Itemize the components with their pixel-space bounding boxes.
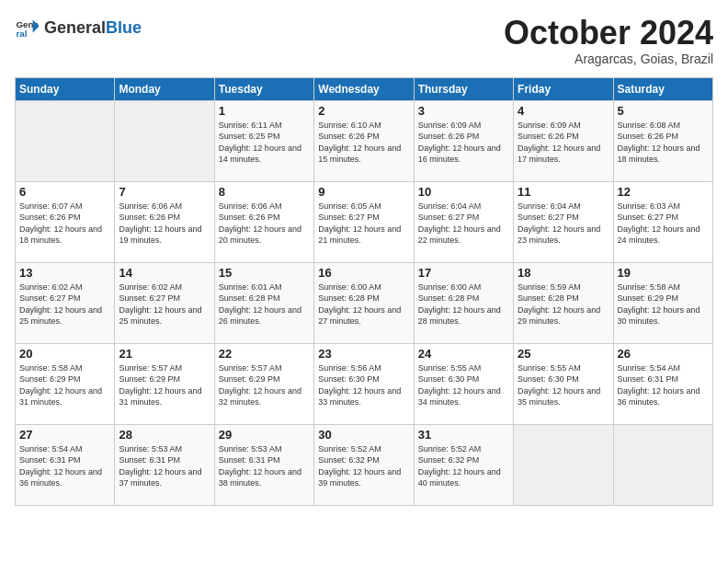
- calendar-cell: 30Sunrise: 5:52 AMSunset: 6:32 PMDayligh…: [314, 424, 414, 505]
- day-number: 24: [418, 347, 509, 361]
- day-number: 25: [518, 347, 609, 361]
- day-number: 9: [318, 185, 409, 199]
- cell-info: Sunrise: 5:53 AMSunset: 6:31 PMDaylight:…: [119, 443, 210, 489]
- cell-info: Sunrise: 5:57 AMSunset: 6:29 PMDaylight:…: [119, 362, 210, 408]
- calendar-week-4: 20Sunrise: 5:58 AMSunset: 6:29 PMDayligh…: [16, 343, 713, 424]
- svg-text:ral: ral: [16, 29, 27, 39]
- cell-info: Sunrise: 5:52 AMSunset: 6:32 PMDaylight:…: [418, 443, 509, 489]
- calendar-cell: 1Sunrise: 6:11 AMSunset: 6:25 PMDaylight…: [214, 100, 313, 181]
- cell-info: Sunrise: 5:55 AMSunset: 6:30 PMDaylight:…: [518, 362, 609, 408]
- day-number: 12: [618, 185, 709, 199]
- cell-info: Sunrise: 6:08 AMSunset: 6:26 PMDaylight:…: [618, 120, 709, 166]
- day-number: 31: [418, 428, 509, 442]
- cell-info: Sunrise: 6:06 AMSunset: 6:26 PMDaylight:…: [219, 201, 310, 247]
- calendar-cell: 13Sunrise: 6:02 AMSunset: 6:27 PMDayligh…: [16, 262, 115, 343]
- calendar-cell: 31Sunrise: 5:52 AMSunset: 6:32 PMDayligh…: [414, 424, 513, 505]
- calendar-cell: [16, 100, 115, 181]
- weekday-header-wednesday: Wednesday: [314, 77, 414, 100]
- month-title: October 2024: [504, 15, 713, 52]
- logo: Gene ral GeneralBlue: [15, 15, 142, 40]
- page-header: Gene ral GeneralBlue October 2024 Aragar…: [15, 15, 713, 66]
- calendar-cell: 4Sunrise: 6:09 AMSunset: 6:26 PMDaylight…: [514, 100, 613, 181]
- logo-text-general: General: [44, 18, 106, 38]
- day-number: 26: [618, 347, 709, 361]
- calendar-cell: 6Sunrise: 6:07 AMSunset: 6:26 PMDaylight…: [16, 181, 115, 262]
- day-number: 10: [418, 185, 509, 199]
- calendar-cell: 19Sunrise: 5:58 AMSunset: 6:29 PMDayligh…: [613, 262, 712, 343]
- day-number: 17: [418, 266, 509, 280]
- day-number: 29: [219, 428, 310, 442]
- cell-info: Sunrise: 5:53 AMSunset: 6:31 PMDaylight:…: [219, 443, 310, 489]
- weekday-header-friday: Friday: [514, 77, 613, 100]
- cell-info: Sunrise: 5:54 AMSunset: 6:31 PMDaylight:…: [618, 362, 709, 408]
- cell-info: Sunrise: 5:56 AMSunset: 6:30 PMDaylight:…: [318, 362, 409, 408]
- cell-info: Sunrise: 5:57 AMSunset: 6:29 PMDaylight:…: [219, 362, 310, 408]
- calendar-cell: 23Sunrise: 5:56 AMSunset: 6:30 PMDayligh…: [314, 343, 414, 424]
- cell-info: Sunrise: 6:04 AMSunset: 6:27 PMDaylight:…: [418, 201, 509, 247]
- calendar-week-2: 6Sunrise: 6:07 AMSunset: 6:26 PMDaylight…: [16, 181, 713, 262]
- calendar-cell: 25Sunrise: 5:55 AMSunset: 6:30 PMDayligh…: [514, 343, 613, 424]
- calendar-cell: 3Sunrise: 6:09 AMSunset: 6:26 PMDaylight…: [414, 100, 513, 181]
- title-block: October 2024 Aragarcas, Goias, Brazil: [504, 15, 713, 66]
- cell-info: Sunrise: 5:55 AMSunset: 6:30 PMDaylight:…: [418, 362, 509, 408]
- day-number: 2: [318, 104, 409, 118]
- weekday-header-sunday: Sunday: [16, 77, 115, 100]
- day-number: 8: [219, 185, 310, 199]
- day-number: 15: [219, 266, 310, 280]
- day-number: 18: [518, 266, 609, 280]
- calendar-week-3: 13Sunrise: 6:02 AMSunset: 6:27 PMDayligh…: [16, 262, 713, 343]
- day-number: 1: [219, 104, 310, 118]
- day-number: 7: [119, 185, 210, 199]
- cell-info: Sunrise: 5:52 AMSunset: 6:32 PMDaylight:…: [318, 443, 409, 489]
- location-subtitle: Aragarcas, Goias, Brazil: [504, 52, 713, 66]
- calendar-body: 1Sunrise: 6:11 AMSunset: 6:25 PMDaylight…: [16, 100, 713, 505]
- day-number: 4: [518, 104, 609, 118]
- calendar-cell: 18Sunrise: 5:59 AMSunset: 6:28 PMDayligh…: [514, 262, 613, 343]
- calendar-cell: [514, 424, 613, 505]
- cell-info: Sunrise: 6:00 AMSunset: 6:28 PMDaylight:…: [318, 282, 409, 327]
- calendar-cell: 8Sunrise: 6:06 AMSunset: 6:26 PMDaylight…: [214, 181, 313, 262]
- cell-info: Sunrise: 6:06 AMSunset: 6:26 PMDaylight:…: [119, 201, 210, 247]
- cell-info: Sunrise: 6:10 AMSunset: 6:26 PMDaylight:…: [318, 120, 409, 166]
- cell-info: Sunrise: 6:09 AMSunset: 6:26 PMDaylight:…: [418, 120, 509, 166]
- cell-info: Sunrise: 6:02 AMSunset: 6:27 PMDaylight:…: [119, 282, 210, 327]
- cell-info: Sunrise: 5:58 AMSunset: 6:29 PMDaylight:…: [19, 362, 110, 408]
- day-number: 19: [618, 266, 709, 280]
- weekday-header-saturday: Saturday: [613, 77, 712, 100]
- day-number: 16: [318, 266, 409, 280]
- day-number: 20: [19, 347, 110, 361]
- day-number: 28: [119, 428, 210, 442]
- calendar-cell: 29Sunrise: 5:53 AMSunset: 6:31 PMDayligh…: [214, 424, 313, 505]
- calendar-cell: 20Sunrise: 5:58 AMSunset: 6:29 PMDayligh…: [16, 343, 115, 424]
- calendar-cell: 16Sunrise: 6:00 AMSunset: 6:28 PMDayligh…: [314, 262, 414, 343]
- cell-info: Sunrise: 6:02 AMSunset: 6:27 PMDaylight:…: [19, 282, 110, 327]
- weekday-header-tuesday: Tuesday: [214, 77, 313, 100]
- day-number: 14: [119, 266, 210, 280]
- calendar-week-1: 1Sunrise: 6:11 AMSunset: 6:25 PMDaylight…: [16, 100, 713, 181]
- calendar-cell: 26Sunrise: 5:54 AMSunset: 6:31 PMDayligh…: [613, 343, 712, 424]
- day-number: 5: [618, 104, 709, 118]
- cell-info: Sunrise: 6:03 AMSunset: 6:27 PMDaylight:…: [618, 201, 709, 247]
- calendar-header-row: SundayMondayTuesdayWednesdayThursdayFrid…: [16, 77, 713, 100]
- day-number: 23: [318, 347, 409, 361]
- cell-info: Sunrise: 6:01 AMSunset: 6:28 PMDaylight:…: [219, 282, 310, 327]
- cell-info: Sunrise: 6:07 AMSunset: 6:26 PMDaylight:…: [19, 201, 110, 247]
- cell-info: Sunrise: 5:58 AMSunset: 6:29 PMDaylight:…: [618, 282, 709, 327]
- calendar-cell: 15Sunrise: 6:01 AMSunset: 6:28 PMDayligh…: [214, 262, 313, 343]
- cell-info: Sunrise: 6:11 AMSunset: 6:25 PMDaylight:…: [219, 120, 310, 166]
- day-number: 21: [119, 347, 210, 361]
- day-number: 11: [518, 185, 609, 199]
- cell-info: Sunrise: 5:59 AMSunset: 6:28 PMDaylight:…: [518, 282, 609, 327]
- cell-info: Sunrise: 5:54 AMSunset: 6:31 PMDaylight:…: [19, 443, 110, 489]
- cell-info: Sunrise: 6:04 AMSunset: 6:27 PMDaylight:…: [518, 201, 609, 247]
- calendar-cell: [613, 424, 712, 505]
- calendar-cell: 5Sunrise: 6:08 AMSunset: 6:26 PMDaylight…: [613, 100, 712, 181]
- weekday-header-monday: Monday: [115, 77, 214, 100]
- calendar-cell: 17Sunrise: 6:00 AMSunset: 6:28 PMDayligh…: [414, 262, 513, 343]
- cell-info: Sunrise: 6:05 AMSunset: 6:27 PMDaylight:…: [318, 201, 409, 247]
- day-number: 6: [19, 185, 110, 199]
- cell-info: Sunrise: 6:00 AMSunset: 6:28 PMDaylight:…: [418, 282, 509, 327]
- calendar-cell: 12Sunrise: 6:03 AMSunset: 6:27 PMDayligh…: [613, 181, 712, 262]
- calendar-cell: [115, 100, 214, 181]
- calendar-table: SundayMondayTuesdayWednesdayThursdayFrid…: [15, 77, 713, 506]
